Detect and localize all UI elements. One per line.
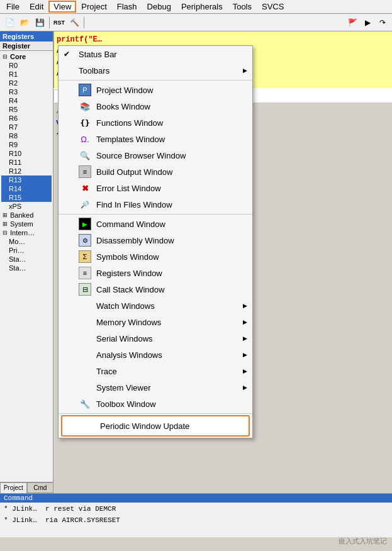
tree-r15[interactable]: R15	[1, 193, 52, 202]
banked-expand-icon: ⊞	[3, 212, 9, 218]
menu-periodic-update[interactable]: Periodic Window Update	[61, 415, 250, 437]
tree-system[interactable]: ⊞ System	[1, 220, 52, 228]
periodic-update-label: Periodic Window Update	[100, 421, 244, 431]
r14-label: R14	[9, 185, 21, 192]
menu-functions-window[interactable]: {} Functions Window	[59, 114, 252, 131]
menu-project[interactable]: Project	[76, 1, 111, 13]
tree-mo[interactable]: Mo…	[1, 237, 52, 246]
tree-r0[interactable]: R0	[1, 61, 52, 70]
bottom-command-area: Command * JLink… r reset via DEMCR * JLi…	[0, 493, 392, 537]
menu-symbols[interactable]: Σ Symbols Window	[59, 248, 252, 265]
tree-xps[interactable]: xPS	[1, 202, 52, 211]
tree-sta1[interactable]: Sta…	[1, 255, 52, 264]
menu-build-output[interactable]: ≡ Build Output Window	[59, 164, 252, 180]
tree-r13[interactable]: R13	[1, 175, 52, 184]
toolbar-rst[interactable]: RST	[52, 16, 66, 30]
tree-r2[interactable]: R2	[1, 79, 52, 87]
tree-r11[interactable]: R11	[1, 158, 52, 167]
tree-sta2[interactable]: Sta…	[1, 264, 52, 272]
menu-analysis-windows[interactable]: Analysis Windows	[59, 347, 252, 363]
toolbar-flag[interactable]: 🚩	[345, 16, 359, 30]
tree-r12[interactable]: R12	[1, 167, 52, 175]
tab-command[interactable]: Cmd	[27, 482, 54, 493]
menu-svcs[interactable]: SVCS	[257, 1, 289, 13]
menu-trace[interactable]: Trace	[59, 363, 252, 379]
registers-window-icon: ≡	[79, 267, 91, 279]
find-files-icon: 🔎	[79, 198, 91, 211]
tree-core[interactable]: ⊟ Core	[1, 52, 52, 61]
tree-banked[interactable]: ⊞ Banked	[1, 211, 52, 220]
watch-windows-icon	[79, 299, 91, 312]
menu-source-browser[interactable]: 🔍 Source Browser Window	[59, 147, 252, 164]
menu-edit[interactable]: Edit	[25, 1, 48, 13]
command-window-label: Command Window	[96, 220, 247, 229]
menu-view[interactable]: View	[48, 1, 76, 13]
memory-windows-label: Memory Windows	[96, 318, 238, 327]
menu-disassembly[interactable]: ⚙ Disassembly Window	[59, 232, 252, 248]
functions-window-icon: {}	[79, 116, 91, 129]
menu-books-window[interactable]: 📚 Books Window	[59, 98, 252, 114]
analysis-windows-label: Analysis Windows	[96, 350, 238, 360]
sidebar-header: Registers	[0, 31, 53, 42]
menu-file[interactable]: File	[1, 1, 25, 13]
banked-label: Banked	[10, 211, 33, 219]
call-stack-label: Call Stack Window	[96, 285, 247, 294]
tree-r4[interactable]: R4	[1, 96, 52, 105]
menu-project-window[interactable]: P Project Window	[59, 82, 252, 98]
source-browser-icon: 🔍	[79, 149, 91, 162]
tree-intern[interactable]: ⊟ Intern…	[1, 228, 52, 237]
toolbar-new[interactable]: 📄	[3, 16, 16, 30]
r0-label: R0	[9, 62, 18, 69]
menu-watch-windows[interactable]: Watch Windows	[59, 298, 252, 314]
tree-r6[interactable]: R6	[1, 114, 52, 123]
toolbox-label: Toolbox Window	[96, 399, 247, 409]
tree-r8[interactable]: R8	[1, 131, 52, 140]
menu-bar: File Edit View Project Flash Debug Perip…	[0, 0, 392, 14]
toolbar-run[interactable]: ▶	[361, 16, 374, 30]
menu-error-list[interactable]: ✖ Error List Window	[59, 180, 252, 196]
menu-debug[interactable]: Debug	[142, 1, 176, 13]
menu-peripherals[interactable]: Peripherals	[176, 1, 228, 13]
tree-r10[interactable]: R10	[1, 149, 52, 158]
tree-r14[interactable]: R14	[1, 184, 52, 193]
menu-tools[interactable]: Tools	[228, 1, 257, 13]
tree-r5[interactable]: R5	[1, 105, 52, 114]
tab-project[interactable]: Project	[0, 482, 27, 493]
register-tree: ⊟ Core R0 R1 R2 R3 R4 R5 R6 R7 R8 R9 R10…	[0, 51, 53, 274]
menu-find-files[interactable]: 🔎 Find In Files Window	[59, 196, 252, 213]
command-line-1: * JLink… r reset via DEMCR	[4, 504, 388, 515]
toolbar-save[interactable]: 💾	[33, 16, 47, 30]
menu-memory-windows[interactable]: Memory Windows	[59, 314, 252, 330]
menu-system-viewer[interactable]: System Viewer	[59, 379, 252, 396]
separator-2	[59, 214, 252, 214]
toolbar-open[interactable]: 📂	[18, 16, 31, 30]
books-window-label: Books Window	[96, 102, 247, 111]
r12-label: R12	[9, 167, 21, 175]
menu-command-window[interactable]: ▶ Command Window	[59, 216, 252, 232]
view-dropdown-menu[interactable]: ✔ Status Bar Toolbars P Project Window 📚…	[58, 45, 253, 438]
menu-status-bar[interactable]: ✔ Status Bar	[59, 46, 252, 62]
main-layout: Registers Register ⊟ Core R0 R1 R2 R3 R4…	[0, 31, 392, 537]
toolbar-build[interactable]: 🔨	[67, 16, 81, 30]
menu-templates-window[interactable]: Ω. Templates Window	[59, 131, 252, 147]
books-window-icon: 📚	[79, 100, 91, 113]
project-window-icon: P	[79, 84, 91, 96]
menu-registers-window[interactable]: ≡ Registers Window	[59, 265, 252, 281]
tree-r3[interactable]: R3	[1, 87, 52, 96]
r1-label: R1	[9, 70, 18, 78]
menu-toolbars[interactable]: Toolbars	[59, 62, 252, 79]
tree-r1[interactable]: R1	[1, 70, 52, 79]
project-window-label: Project Window	[96, 86, 247, 95]
tree-pri[interactable]: Pri…	[1, 246, 52, 255]
menu-toolbox[interactable]: 🔧 Toolbox Window	[59, 396, 252, 412]
tree-r7[interactable]: R7	[1, 123, 52, 131]
registers-window-label: Registers Window	[96, 269, 247, 278]
toolbar-step[interactable]: ↷	[376, 16, 389, 30]
menu-call-stack[interactable]: ⊟ Call Stack Window	[59, 281, 252, 298]
r6-label: R6	[9, 114, 18, 122]
menu-serial-windows[interactable]: Serial Windows	[59, 330, 252, 347]
menu-flash[interactable]: Flash	[112, 1, 142, 13]
separator-3	[59, 413, 252, 414]
tree-r9[interactable]: R9	[1, 140, 52, 149]
sidebar-col-header: Register	[0, 42, 53, 51]
